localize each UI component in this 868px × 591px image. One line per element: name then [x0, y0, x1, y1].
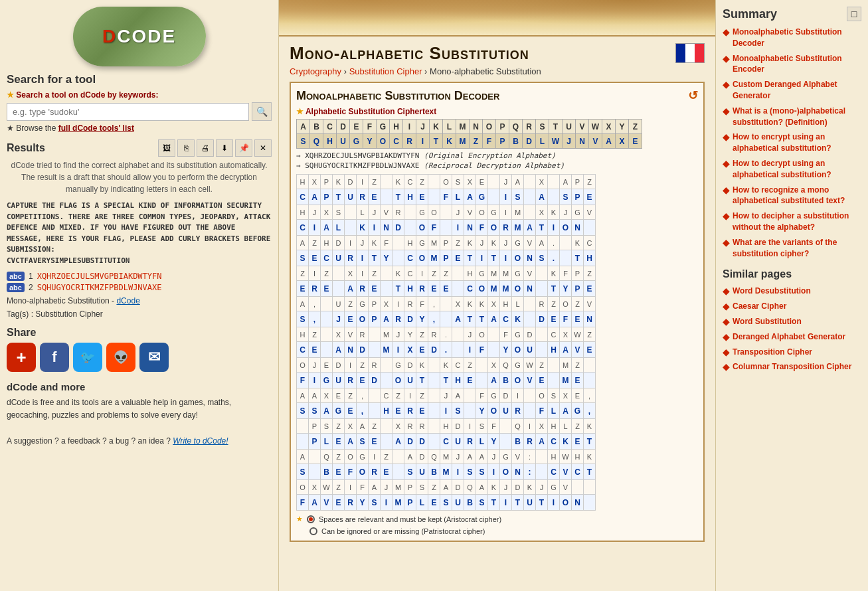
summary-link-1[interactable]: Monoalphabetic Substitution Decoder: [733, 27, 861, 49]
results-title: Results: [7, 142, 45, 154]
summary-collapse-button[interactable]: □: [847, 7, 861, 21]
spaces-note: ★ Spaces are relevant and must be kept (…: [296, 515, 698, 523]
browse-star: ★: [7, 124, 14, 133]
similar-link-1[interactable]: Word Desubstitution: [733, 286, 811, 297]
decoded-row-3: SECURITYCOMPETITIONS.TH: [297, 250, 596, 266]
dcode-link[interactable]: dCode: [116, 296, 139, 305]
encryption-arrow: ⇒ XQHRZOECJULSMVGPBIAKDWTYFN (Original E…: [296, 151, 698, 160]
summary-item-3[interactable]: ◆ Custom Deranged Alphabet Generator: [723, 79, 861, 102]
breadcrumb-current: Mono-alphabetic Substitution: [430, 66, 541, 76]
result-icon-download[interactable]: ⬇: [216, 139, 233, 157]
alphabet-row-2: abc 2 SQHUGYOCRITKMZFPBDLWJNVAXE: [7, 283, 272, 292]
ciphertext-star: ★: [296, 107, 304, 116]
summary-item-4[interactable]: ◆ What is a (mono-)alphabetical substitu…: [723, 106, 861, 128]
similar-link-3[interactable]: Word Substitution: [733, 316, 802, 327]
decoded-row-5: S,JEOPARDY,ATTACKDEFEN: [297, 311, 596, 327]
breadcrumb-cryptography[interactable]: Cryptography: [290, 66, 341, 76]
similar-item-3[interactable]: ◆ Word Substitution: [723, 316, 861, 327]
summary-bullet-5: ◆: [723, 131, 730, 142]
similar-bullet-4: ◆: [723, 331, 730, 342]
logo-barrel[interactable]: DCODE: [73, 7, 206, 66]
similar-bullet-3: ◆: [723, 316, 730, 327]
summary-link-2[interactable]: Monoalphabetic Substitution Encoder: [733, 53, 861, 76]
summary-link-9[interactable]: What are the variants of the substitutio…: [733, 237, 861, 260]
results-section: Results 🖼 ⎘ 🖨 ⬇ 📌 ✕ dCode tried to find …: [7, 139, 272, 319]
tool-box: Monoalphabetic Substitution Decoder ↺ ★ …: [290, 82, 705, 542]
browse-link[interactable]: full dCode tools' list: [58, 124, 134, 133]
cipher-row-9: A,UZGPXIRF,XKKXHLRZOZV: [297, 297, 596, 311]
share-icons: + f 🐦 👽 ✉: [7, 343, 272, 372]
radio-empty[interactable]: [309, 527, 317, 535]
summary-bullet-4: ◆: [723, 106, 730, 116]
summary-link-8[interactable]: How to decipher a substitution without t…: [733, 211, 861, 233]
result-icon-pin[interactable]: 📌: [235, 139, 252, 157]
breadcrumb-substitution-cipher[interactable]: Substitution Cipher: [349, 66, 422, 76]
summary-item-6[interactable]: ◆ How to decrypt using an alphabetical s…: [723, 158, 861, 181]
decoded-row-6: CEANDMIXED.IFYOUHAVE: [297, 342, 596, 358]
summary-link-7[interactable]: How to recognize a mono alphabetical sub…: [733, 185, 861, 207]
alphabet-bot-row: SQHUGYOCRITKMZFPBDLWJNVAXE: [297, 134, 642, 149]
cipher-grid: HXPKDIZKCZOSXEJAXAPZ CAPTURETHEFLAGISASP…: [296, 174, 596, 511]
logo-text: DCODE: [102, 26, 176, 47]
share-facebook-button[interactable]: f: [40, 343, 69, 372]
summary-title: Summary: [723, 7, 777, 21]
alphabet-top-row: ABCDEFGHIJKLMNOPQRSTUVWXYZ: [297, 120, 642, 134]
share-title: Share: [7, 327, 272, 339]
results-desc: dCode tried to find the correct alphabet…: [7, 159, 272, 195]
summary-item-5[interactable]: ◆ How to encrypt using an alphabetical s…: [723, 131, 861, 154]
summary-header: Summary □: [723, 7, 861, 21]
similar-item-5[interactable]: ◆ Transposition Cipher: [723, 347, 861, 358]
result-icon-print[interactable]: 🖨: [197, 139, 214, 157]
similar-link-2[interactable]: Caesar Cipher: [733, 301, 786, 312]
cipher-row-15: AAXEZ,CZIZJAFGDIOSXE,: [297, 388, 596, 403]
summary-item-1[interactable]: ◆ Monoalphabetic Substitution Decoder: [723, 27, 861, 49]
summary-item-9[interactable]: ◆ What are the variants of the substitut…: [723, 237, 861, 260]
similar-link-6[interactable]: Columnar Transposition Cipher: [733, 361, 851, 373]
result-icon-img[interactable]: 🖼: [158, 139, 175, 157]
summary-link-5[interactable]: How to encrypt using an alphabetical sub…: [733, 131, 861, 154]
summary-item-7[interactable]: ◆ How to recognize a mono alphabetical s…: [723, 185, 861, 207]
similar-bullet-1: ◆: [723, 286, 730, 296]
spaces-note-2: Can be ignored or are missing (Patristoc…: [296, 527, 698, 535]
parchment-decoration: [279, 0, 715, 37]
similar-item-6[interactable]: ◆ Columnar Transposition Cipher: [723, 361, 861, 373]
france-flag-icon[interactable]: [675, 43, 705, 63]
left-sidebar: DCODE Search for a tool ★ Search a tool …: [0, 0, 279, 591]
result-icon-close[interactable]: ✕: [254, 139, 272, 157]
summary-bullet-8: ◆: [723, 211, 730, 221]
similar-item-2[interactable]: ◆ Caesar Cipher: [723, 301, 861, 312]
similar-item-4[interactable]: ◆ Deranged Alphabet Generator: [723, 331, 861, 343]
summary-item-8[interactable]: ◆ How to decipher a substitution without…: [723, 211, 861, 233]
refresh-icon[interactable]: ↺: [688, 88, 698, 103]
result-icon-copy[interactable]: ⎘: [177, 139, 195, 157]
similar-item-1[interactable]: ◆ Word Desubstitution: [723, 286, 861, 297]
cipher-row-13: OJEDIZRGDKKCZXQGWZMZ: [297, 358, 596, 373]
summary-link-6[interactable]: How to decrypt using an alphabetical sub…: [733, 158, 861, 181]
decoded-text: CAPTURE THE FLAG IS A SPECIAL KIND OF IN…: [7, 201, 272, 266]
share-email-button[interactable]: ✉: [139, 343, 169, 372]
spaces-star: ★: [296, 515, 303, 523]
search-button[interactable]: 🔍: [252, 102, 272, 121]
decoded-row-2: CIALKINDOFINFORMATION: [297, 220, 596, 236]
summary-bullet-3: ◆: [723, 79, 730, 90]
search-section-title: Search for a tool: [7, 73, 272, 86]
summary-item-2[interactable]: ◆ Monoalphabetic Substitution Encoder: [723, 53, 861, 76]
search-hint-star: ★: [7, 90, 14, 100]
summary-link-3[interactable]: Custom Deranged Alphabet Generator: [733, 79, 861, 102]
cipher-row-21: OXWZIFAJMPSZADQAKJDKJGV: [297, 480, 596, 495]
more-section: dCode and more dCode is free and its too…: [7, 381, 272, 448]
share-plus-button[interactable]: +: [7, 343, 36, 372]
search-input[interactable]: [7, 103, 249, 121]
search-row: 🔍: [7, 102, 272, 121]
summary-link-4[interactable]: What is a (mono-)alphabetical substituti…: [733, 106, 861, 128]
similar-link-5[interactable]: Transposition Cipher: [733, 347, 812, 358]
main-content: Mono-alphabetic Substitution Cryptograph…: [279, 0, 715, 591]
similar-link-4[interactable]: Deranged Alphabet Generator: [733, 331, 845, 343]
tool-title: Monoalphabetic Substitution Decoder ↺: [296, 88, 698, 103]
write-to-dcode-link[interactable]: Write to dCode!: [173, 436, 228, 446]
share-twitter-button[interactable]: 🐦: [73, 343, 102, 372]
share-reddit-button[interactable]: 👽: [106, 343, 135, 372]
radio-filled[interactable]: [307, 515, 315, 523]
abc-badge-1: abc: [7, 272, 25, 281]
cipher-row-11: HZXVRMJYZR.JOFGDCXWZ: [297, 327, 596, 342]
